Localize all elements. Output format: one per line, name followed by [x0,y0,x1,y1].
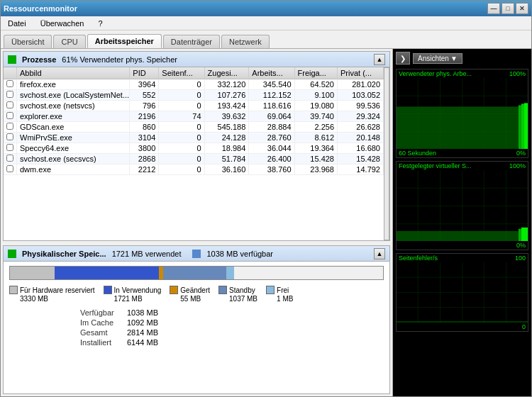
col-arbeits[interactable]: Arbeits... [249,67,294,79]
mem-cache-label: Im Cache [80,318,123,327]
right-expand-button[interactable]: ❯ [396,52,410,65]
table-cell: 16.680 [338,143,384,154]
table-row[interactable]: svchost.exe (netsvcs)7960193.424118.6161… [4,101,384,111]
col-privat[interactable]: Privat (... [338,67,384,79]
graph1-time-label: 60 Sekunden [399,150,436,157]
mem-detail-verfugbar: Verfügbar 1038 MB [80,308,158,317]
memory-bar-container [4,262,389,283]
row-checkbox[interactable] [4,143,17,154]
table-cell: 3964 [130,79,159,90]
table-row[interactable]: svchost.exe (secsvcs)2868051.78426.40015… [4,154,384,164]
table-cell: 860 [130,122,159,133]
table-row[interactable]: svchost.exe (LocalSystemNet...5520107.27… [4,90,384,101]
tab-netzwerk[interactable]: Netzwerk [221,35,270,48]
table-cell: 29.324 [338,111,384,122]
table-cell: GDScan.exe [17,122,130,133]
table-cell: 0 [159,122,204,133]
legend-changed: Geändert 55 MB [170,286,210,303]
processes-inner: Abbild PID Seitenf... Zugesi... Arbeits.… [4,67,389,240]
memory-indicator-icon [8,55,16,64]
table-cell: 0 [159,79,204,90]
svg-rect-34 [397,321,528,323]
graph1-area [397,78,528,149]
table-row[interactable]: WmiPrvSE.exe3104024.12828.7608.61220.148 [4,133,384,143]
table-cell: 74 [159,111,204,122]
ansichten-button[interactable]: Ansichten ▼ [413,53,462,64]
graph3-footer: 0 [397,323,528,331]
row-checkbox[interactable] [4,90,17,101]
svg-rect-12 [524,103,528,149]
row-checkbox[interactable] [4,122,17,133]
table-cell: svchost.exe (secsvcs) [17,154,130,164]
table-cell: 69.064 [249,111,294,122]
col-pid[interactable]: PID [130,67,159,79]
physical-mem-title: Physikalischer Speic... [22,250,106,258]
tab-ubersicht[interactable]: Übersicht [4,35,52,48]
table-cell: 15.428 [294,154,337,164]
processes-scrollbar[interactable] [384,67,389,240]
tab-arbeitsspeicher[interactable]: Arbeitsspeicher [87,34,162,48]
tab-cpu[interactable]: CPU [53,35,85,48]
row-checkbox[interactable] [4,79,17,90]
table-cell: 15.428 [338,154,384,164]
memory-bar-empty [234,267,383,279]
table-cell: 345.540 [249,79,294,90]
legend-changed-label: Geändert [180,286,210,294]
maximize-button[interactable]: □ [501,3,514,14]
processes-table-scroll[interactable]: Abbild PID Seitenf... Zugesi... Arbeits.… [4,67,384,240]
table-row[interactable]: Speccy64.exe3800018.98436.04419.36416.68… [4,143,384,154]
tab-datentrager[interactable]: Datenträger [163,35,220,48]
table-cell: 112.152 [249,90,294,101]
graph3-title: Seitenfehler/s [399,255,438,262]
menu-datei[interactable]: Datei [4,18,31,29]
table-cell: 28.760 [249,133,294,143]
table-cell: firefox.exe [17,79,130,90]
row-checkbox[interactable] [4,101,17,111]
menu-help[interactable]: ? [94,18,106,29]
processes-collapse-button[interactable]: ▲ [374,54,385,65]
col-abbild[interactable]: Abbild [17,67,130,79]
menu-bar: Datei Überwachen ? [1,16,531,30]
table-cell: 0 [159,143,204,154]
table-cell: 3800 [130,143,159,154]
table-cell: 38.760 [249,164,294,175]
table-row[interactable]: firefox.exe39640332.120345.54064.520281.… [4,79,384,90]
table-cell: 3104 [130,133,159,143]
table-cell: 64.520 [294,79,337,90]
menu-uberwachen[interactable]: Überwachen [36,18,89,29]
col-zugesi[interactable]: Zugesi... [204,67,249,79]
row-checkbox[interactable] [4,164,17,175]
minimize-button[interactable]: — [487,3,500,14]
svg-rect-10 [519,105,521,149]
left-panel: Prozesse 61% Verwendeter phys. Speicher … [1,49,393,396]
row-checkbox[interactable] [4,133,17,143]
col-seitenf[interactable]: Seitenf... [159,67,204,79]
table-cell: 796 [130,101,159,111]
graph3-top-value: 100 [515,255,526,262]
title-controls: — □ ✕ [487,3,528,14]
memory-used-icon [8,250,16,258]
table-cell: 36.044 [249,143,294,154]
graph2-title: Festgelegter virtueller S... [399,162,472,169]
mem-cache-value: 1092 MB [127,318,158,327]
table-cell: 39.632 [204,111,249,122]
mem-verfugbar-value: 1038 MB [127,308,158,317]
legend-standby-value: 1037 MB [218,295,257,303]
table-cell: svchost.exe (netsvcs) [17,101,130,111]
table-cell: 20.148 [338,133,384,143]
memory-collapse-button[interactable]: ▲ [374,248,385,259]
table-cell: 18.984 [204,143,249,154]
close-button[interactable]: ✕ [516,3,528,14]
processes-section: Prozesse 61% Verwendeter phys. Speicher … [3,51,390,241]
processes-title: Prozesse [22,55,56,64]
row-checkbox[interactable] [4,111,17,122]
col-freiga[interactable]: Freiga... [294,67,337,79]
table-row[interactable]: GDScan.exe8600545.18828.8842.25626.628 [4,122,384,133]
table-row[interactable]: explorer.exe21967439.63269.06439.74029.3… [4,111,384,122]
table-row[interactable]: dwm.exe2212036.16038.76023.96814.792 [4,164,384,175]
physical-memory-section: Physikalischer Speic... 1721 MB verwende… [3,245,390,394]
main-window: Ressourcenmonitor — □ ✕ Datei Überwachen… [0,0,532,397]
row-checkbox[interactable] [4,154,17,164]
svg-rect-13 [397,170,528,241]
table-cell: 8.612 [294,133,337,143]
